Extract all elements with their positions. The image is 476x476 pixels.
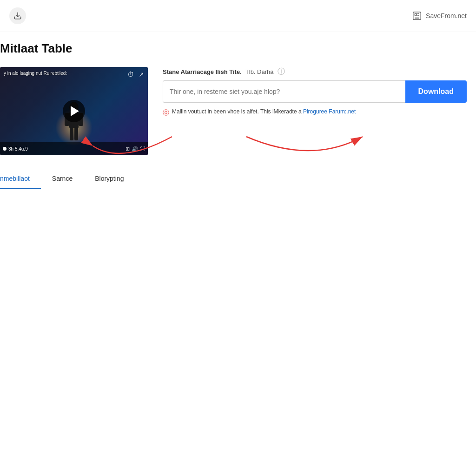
video-share-icon: ↗ xyxy=(139,71,144,78)
video-bottom-bar: 3h 5.4u.9 ⊞ 🔊 ⛶ xyxy=(0,142,148,155)
main-content: Mitlaat Table y in alo lsaging nut Ruire… xyxy=(0,32,476,198)
svg-rect-7 xyxy=(74,127,78,140)
site-name: SaveFrom.net xyxy=(426,12,467,20)
top-bar-right: SaveFrom.net xyxy=(412,11,467,21)
video-duration: 3h 5.4u.9 xyxy=(8,146,28,152)
warning-message: ⓪ Mailln voutuct in been vhoe is aifet. … xyxy=(163,108,467,117)
warning-text-content: Mailln voutuct in been vhoe is aifet. Th… xyxy=(172,108,302,115)
video-overlay-text: y in alo lsaging nut Ruirebtiled: xyxy=(4,71,67,76)
video-play-button[interactable] xyxy=(63,100,85,122)
top-bar: SaveFrom.net xyxy=(0,0,476,32)
tab-nmebillaot[interactable]: nmebillaot xyxy=(0,169,41,189)
warning-link[interactable]: Plroguree Farum:.net xyxy=(303,108,356,115)
tab-sarnce[interactable]: Sarnce xyxy=(41,169,84,189)
savefrom-icon xyxy=(412,11,422,21)
warning-text: Mailln voutuct in been vhoe is aifet. Th… xyxy=(172,108,356,115)
input-label-sub: Tlb. Darha xyxy=(245,68,274,75)
download-button[interactable]: Download xyxy=(405,80,467,103)
tabs-bar: nmebillaot Sarnce Blorypting xyxy=(0,169,467,189)
page-title: Mitlaat Table xyxy=(0,41,467,56)
video-controls: ⊞ 🔊 ⛶ xyxy=(126,146,145,152)
warning-icon: ⓪ xyxy=(163,109,169,117)
url-input[interactable] xyxy=(163,80,405,103)
right-panel: Stane Atarriacage llish Tite. Tlb. Darha… xyxy=(148,67,467,117)
video-time-icon: ⏱ xyxy=(127,71,134,78)
video-bottom-left: 3h 5.4u.9 xyxy=(3,146,28,152)
svg-rect-6 xyxy=(70,127,73,140)
info-icon[interactable]: ⓘ xyxy=(278,67,285,77)
fullscreen-icon: ⛶ xyxy=(140,146,145,152)
video-thumbnail: y in alo lsaging nut Ruirebtiled: ⏱ ↗ 3h… xyxy=(0,67,148,155)
video-progress-dot xyxy=(3,147,7,151)
download-icon xyxy=(13,12,22,20)
input-label-bold: Stane Atarriacage llish Tite. xyxy=(163,68,242,75)
tab-blorypting[interactable]: Blorypting xyxy=(84,169,135,189)
middle-section: y in alo lsaging nut Ruirebtiled: ⏱ ↗ 3h… xyxy=(0,67,467,155)
top-bar-left xyxy=(9,7,26,24)
input-label: Stane Atarriacage llish Tite. Tlb. Darha… xyxy=(163,67,467,77)
volume-icon: 🔊 xyxy=(132,146,138,152)
download-icon-button[interactable] xyxy=(9,7,26,24)
input-row: Download xyxy=(163,80,467,103)
settings-icon: ⊞ xyxy=(126,146,130,152)
